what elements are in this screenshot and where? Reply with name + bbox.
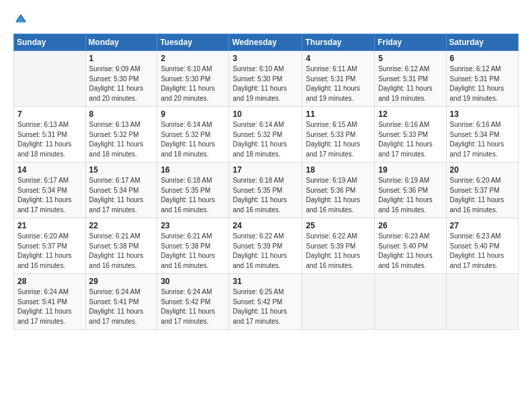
calendar-cell: 11Sunrise: 6:15 AM Sunset: 5:33 PM Dayli… bbox=[302, 107, 375, 163]
day-info: Sunrise: 6:17 AM Sunset: 5:34 PM Dayligh… bbox=[89, 176, 154, 215]
day-number: 1 bbox=[89, 54, 154, 63]
col-header-saturday: Saturday bbox=[446, 34, 518, 51]
day-number: 16 bbox=[161, 165, 225, 175]
day-number: 12 bbox=[378, 109, 442, 119]
logo-icon bbox=[13, 12, 28, 27]
calendar-cell: 5Sunrise: 6:12 AM Sunset: 5:31 PM Daylig… bbox=[375, 51, 446, 107]
day-number: 9 bbox=[161, 109, 225, 119]
day-number: 28 bbox=[17, 277, 82, 286]
day-info: Sunrise: 6:24 AM Sunset: 5:42 PM Dayligh… bbox=[161, 287, 225, 326]
day-number: 6 bbox=[450, 54, 515, 63]
day-info: Sunrise: 6:21 AM Sunset: 5:38 PM Dayligh… bbox=[161, 232, 225, 271]
day-number: 29 bbox=[89, 277, 154, 286]
day-number: 10 bbox=[232, 109, 298, 119]
calendar-cell: 23Sunrise: 6:21 AM Sunset: 5:38 PM Dayli… bbox=[157, 218, 229, 274]
page: SundayMondayTuesdayWednesdayThursdayFrid… bbox=[0, 0, 532, 411]
day-info: Sunrise: 6:24 AM Sunset: 5:41 PM Dayligh… bbox=[17, 287, 82, 326]
day-number: 17 bbox=[232, 165, 298, 175]
day-info: Sunrise: 6:15 AM Sunset: 5:33 PM Dayligh… bbox=[306, 120, 371, 159]
calendar-cell: 9Sunrise: 6:14 AM Sunset: 5:32 PM Daylig… bbox=[157, 107, 229, 163]
calendar-week-row: 28Sunrise: 6:24 AM Sunset: 5:41 PM Dayli… bbox=[14, 274, 519, 330]
day-number: 2 bbox=[161, 54, 225, 63]
day-number: 30 bbox=[161, 277, 225, 286]
calendar-cell: 24Sunrise: 6:22 AM Sunset: 5:39 PM Dayli… bbox=[229, 218, 302, 274]
day-info: Sunrise: 6:10 AM Sunset: 5:30 PM Dayligh… bbox=[161, 64, 225, 103]
day-info: Sunrise: 6:23 AM Sunset: 5:40 PM Dayligh… bbox=[450, 232, 515, 271]
col-header-wednesday: Wednesday bbox=[229, 34, 302, 51]
day-number: 3 bbox=[232, 54, 298, 63]
day-info: Sunrise: 6:09 AM Sunset: 5:30 PM Dayligh… bbox=[89, 64, 154, 103]
calendar-cell: 27Sunrise: 6:23 AM Sunset: 5:40 PM Dayli… bbox=[446, 218, 518, 274]
calendar-cell: 13Sunrise: 6:16 AM Sunset: 5:34 PM Dayli… bbox=[446, 107, 518, 163]
calendar-cell: 3Sunrise: 6:10 AM Sunset: 5:30 PM Daylig… bbox=[229, 51, 302, 107]
col-header-tuesday: Tuesday bbox=[157, 34, 229, 51]
col-header-friday: Friday bbox=[375, 34, 446, 51]
day-info: Sunrise: 6:16 AM Sunset: 5:34 PM Dayligh… bbox=[450, 120, 515, 159]
day-info: Sunrise: 6:24 AM Sunset: 5:41 PM Dayligh… bbox=[89, 287, 154, 326]
day-info: Sunrise: 6:17 AM Sunset: 5:34 PM Dayligh… bbox=[17, 176, 82, 215]
day-number: 8 bbox=[89, 109, 154, 119]
day-number: 4 bbox=[306, 54, 371, 63]
calendar-cell: 15Sunrise: 6:17 AM Sunset: 5:34 PM Dayli… bbox=[85, 163, 157, 218]
day-number: 18 bbox=[306, 165, 371, 175]
day-number: 22 bbox=[89, 221, 154, 230]
calendar-cell: 19Sunrise: 6:19 AM Sunset: 5:36 PM Dayli… bbox=[375, 163, 446, 218]
calendar-cell: 14Sunrise: 6:17 AM Sunset: 5:34 PM Dayli… bbox=[14, 163, 86, 218]
col-header-sunday: Sunday bbox=[14, 34, 86, 51]
calendar-cell bbox=[446, 274, 518, 330]
header bbox=[13, 12, 519, 27]
calendar-cell: 18Sunrise: 6:19 AM Sunset: 5:36 PM Dayli… bbox=[302, 163, 375, 218]
day-info: Sunrise: 6:22 AM Sunset: 5:39 PM Dayligh… bbox=[232, 232, 298, 271]
calendar-week-row: 21Sunrise: 6:20 AM Sunset: 5:37 PM Dayli… bbox=[14, 218, 519, 274]
day-number: 24 bbox=[232, 221, 298, 230]
calendar-table: SundayMondayTuesdayWednesdayThursdayFrid… bbox=[13, 34, 519, 330]
day-info: Sunrise: 6:25 AM Sunset: 5:42 PM Dayligh… bbox=[232, 287, 298, 326]
day-number: 25 bbox=[306, 221, 371, 230]
day-info: Sunrise: 6:14 AM Sunset: 5:32 PM Dayligh… bbox=[161, 120, 225, 159]
calendar-week-row: 1Sunrise: 6:09 AM Sunset: 5:30 PM Daylig… bbox=[14, 51, 519, 107]
calendar-cell: 2Sunrise: 6:10 AM Sunset: 5:30 PM Daylig… bbox=[157, 51, 229, 107]
calendar-cell: 26Sunrise: 6:23 AM Sunset: 5:40 PM Dayli… bbox=[375, 218, 446, 274]
day-number: 5 bbox=[378, 54, 442, 63]
calendar-cell: 22Sunrise: 6:21 AM Sunset: 5:38 PM Dayli… bbox=[85, 218, 157, 274]
day-number: 27 bbox=[450, 221, 515, 230]
calendar-cell: 4Sunrise: 6:11 AM Sunset: 5:31 PM Daylig… bbox=[302, 51, 375, 107]
calendar-cell: 25Sunrise: 6:22 AM Sunset: 5:39 PM Dayli… bbox=[302, 218, 375, 274]
day-info: Sunrise: 6:21 AM Sunset: 5:38 PM Dayligh… bbox=[89, 232, 154, 271]
calendar-cell: 20Sunrise: 6:20 AM Sunset: 5:37 PM Dayli… bbox=[446, 163, 518, 218]
day-info: Sunrise: 6:16 AM Sunset: 5:33 PM Dayligh… bbox=[378, 120, 442, 159]
col-header-thursday: Thursday bbox=[302, 34, 375, 51]
calendar-week-row: 14Sunrise: 6:17 AM Sunset: 5:34 PM Dayli… bbox=[14, 163, 519, 218]
calendar-cell: 6Sunrise: 6:12 AM Sunset: 5:31 PM Daylig… bbox=[446, 51, 518, 107]
day-number: 11 bbox=[306, 109, 371, 119]
day-number: 23 bbox=[161, 221, 225, 230]
calendar-cell bbox=[302, 274, 375, 330]
day-info: Sunrise: 6:11 AM Sunset: 5:31 PM Dayligh… bbox=[306, 64, 371, 103]
col-header-monday: Monday bbox=[85, 34, 157, 51]
day-number: 7 bbox=[17, 109, 82, 119]
day-info: Sunrise: 6:12 AM Sunset: 5:31 PM Dayligh… bbox=[378, 64, 442, 103]
day-info: Sunrise: 6:19 AM Sunset: 5:36 PM Dayligh… bbox=[306, 176, 371, 215]
calendar-cell: 12Sunrise: 6:16 AM Sunset: 5:33 PM Dayli… bbox=[375, 107, 446, 163]
calendar-cell: 10Sunrise: 6:14 AM Sunset: 5:32 PM Dayli… bbox=[229, 107, 302, 163]
day-info: Sunrise: 6:14 AM Sunset: 5:32 PM Dayligh… bbox=[232, 120, 298, 159]
day-number: 19 bbox=[378, 165, 442, 175]
day-number: 14 bbox=[17, 165, 82, 175]
calendar-cell: 7Sunrise: 6:13 AM Sunset: 5:31 PM Daylig… bbox=[14, 107, 86, 163]
day-info: Sunrise: 6:19 AM Sunset: 5:36 PM Dayligh… bbox=[378, 176, 442, 215]
day-info: Sunrise: 6:13 AM Sunset: 5:31 PM Dayligh… bbox=[17, 120, 82, 159]
day-number: 26 bbox=[378, 221, 442, 230]
calendar-cell bbox=[375, 274, 446, 330]
day-info: Sunrise: 6:23 AM Sunset: 5:40 PM Dayligh… bbox=[378, 232, 442, 271]
calendar-cell: 1Sunrise: 6:09 AM Sunset: 5:30 PM Daylig… bbox=[85, 51, 157, 107]
calendar-cell: 30Sunrise: 6:24 AM Sunset: 5:42 PM Dayli… bbox=[157, 274, 229, 330]
day-info: Sunrise: 6:10 AM Sunset: 5:30 PM Dayligh… bbox=[232, 64, 298, 103]
calendar-cell: 28Sunrise: 6:24 AM Sunset: 5:41 PM Dayli… bbox=[14, 274, 86, 330]
calendar-cell: 31Sunrise: 6:25 AM Sunset: 5:42 PM Dayli… bbox=[229, 274, 302, 330]
calendar-cell: 21Sunrise: 6:20 AM Sunset: 5:37 PM Dayli… bbox=[14, 218, 86, 274]
calendar-cell: 17Sunrise: 6:18 AM Sunset: 5:35 PM Dayli… bbox=[229, 163, 302, 218]
day-info: Sunrise: 6:13 AM Sunset: 5:32 PM Dayligh… bbox=[89, 120, 154, 159]
day-info: Sunrise: 6:12 AM Sunset: 5:31 PM Dayligh… bbox=[450, 64, 515, 103]
calendar-cell: 8Sunrise: 6:13 AM Sunset: 5:32 PM Daylig… bbox=[85, 107, 157, 163]
day-number: 31 bbox=[232, 277, 298, 286]
